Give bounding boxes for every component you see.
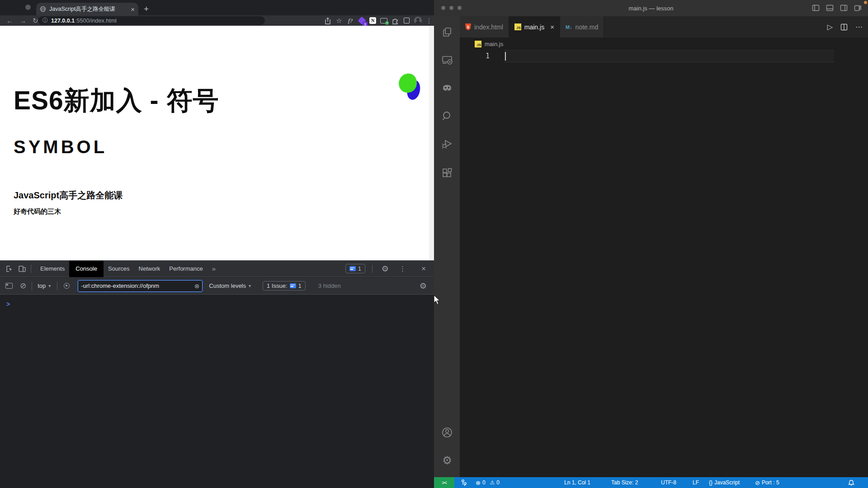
chevron-down-icon: ▾	[48, 283, 51, 288]
customize-layout-icon[interactable]	[854, 4, 862, 12]
extension-purple-icon[interactable]: 3	[358, 17, 365, 24]
extension-notion-icon[interactable]: N	[369, 17, 376, 24]
log-levels-selector[interactable]: Custom levels ▾	[209, 282, 251, 289]
extensions-puzzle-icon[interactable]	[392, 17, 399, 24]
mouse-cursor	[433, 295, 441, 305]
hidden-messages-label[interactable]: 3 hidden	[318, 282, 341, 289]
devtools-settings-gear-icon[interactable]: ⚙	[382, 264, 389, 274]
run-debug-icon[interactable]	[441, 138, 453, 150]
browser-tab-strip: JavaScript高手之路全能课 × +	[0, 0, 434, 15]
tab-close-icon[interactable]: ×	[550, 23, 554, 31]
devtools-tab-elements[interactable]: Elements	[36, 261, 69, 277]
cursor-position[interactable]: Ln 1, Col 1	[564, 477, 590, 488]
explorer-icon[interactable]	[441, 26, 453, 38]
accounts-icon[interactable]	[441, 427, 453, 438]
remote-indicator[interactable]: ><	[434, 477, 454, 488]
back-icon[interactable]: ←	[6, 17, 13, 24]
browser-menu-kebab-icon[interactable]: ⋮	[426, 17, 432, 24]
braces-icon: {}	[709, 479, 712, 486]
breadcrumb-file[interactable]: main.js	[485, 41, 503, 47]
devtools-menu-kebab-icon[interactable]: ⋮	[399, 265, 406, 273]
tab-note-md[interactable]: M↓ note.md	[560, 16, 604, 38]
capture-plus: +	[385, 21, 389, 25]
issue-chip-count: 1	[298, 282, 302, 289]
device-toolbar-icon[interactable]	[18, 265, 26, 273]
chevron-down-icon: ▾	[249, 283, 251, 288]
warning-count: 0	[496, 479, 500, 486]
square-shape	[404, 18, 410, 23]
vscode-window-title: main.js — lesson	[434, 0, 868, 16]
new-tab-button[interactable]: +	[144, 4, 149, 14]
page-heading: ES6新加入 - 符号	[14, 84, 219, 118]
extension-capture-icon[interactable]: +	[380, 17, 387, 24]
divider	[372, 265, 373, 273]
live-expression-eye-icon[interactable]	[64, 283, 70, 289]
browser-tab[interactable]: JavaScript高手之路全能课 ×	[36, 3, 138, 15]
port-indicator[interactable]: ⊘ Port : 5	[755, 477, 779, 488]
encoding[interactable]: UTF-8	[661, 477, 676, 488]
browser-toolbar: ← → ↻ ⓘ 127.0.0.1 :5500/index.html ☆ f? …	[0, 15, 434, 26]
layout-controls	[812, 4, 862, 12]
devtools-tab-network[interactable]: Network	[134, 261, 165, 277]
address-bar[interactable]: ⓘ 127.0.0.1 :5500/index.html	[38, 16, 265, 25]
console-sidebar-icon[interactable]	[5, 283, 13, 289]
site-info-icon[interactable]: ⓘ	[42, 17, 48, 24]
notifications-bell-icon[interactable]	[848, 477, 854, 488]
code-editor[interactable]: 1	[460, 50, 868, 477]
issues-counter[interactable]: 1	[345, 264, 365, 273]
devtools-tab-console[interactable]: Console	[69, 261, 104, 277]
toggle-panel-icon[interactable]	[826, 4, 834, 12]
problems-indicator[interactable]: ⊗ 0 ⚠ 0	[476, 477, 500, 488]
search-icon[interactable]	[441, 110, 453, 122]
browser-tab-title: JavaScript高手之路全能课	[49, 5, 127, 13]
context-selector[interactable]: top ▾	[38, 282, 51, 289]
traffic-light-close-icon[interactable]	[25, 5, 31, 10]
editor-more-actions-icon[interactable]: ⋯	[855, 23, 863, 31]
toggle-secondary-sidebar-icon[interactable]	[840, 4, 848, 12]
reload-icon[interactable]: ↻	[33, 17, 38, 25]
page-subheading: SYMBOL	[14, 137, 107, 157]
profile-avatar[interactable]	[414, 17, 422, 24]
remote-explorer-icon[interactable]	[441, 54, 453, 66]
ports-icon[interactable]	[461, 477, 467, 488]
extensions-icon[interactable]	[441, 167, 453, 179]
console-filter-input[interactable]: -url:chrome-extension://ofpnm ⊗	[78, 280, 203, 292]
copilot-chat-icon[interactable]	[441, 82, 453, 94]
console-prompt-chevron[interactable]: >	[6, 300, 10, 308]
split-editor-icon[interactable]	[840, 23, 848, 31]
eol-indicator[interactable]: LF	[693, 477, 699, 488]
issue-chip[interactable]: 1 Issue: 1	[263, 281, 306, 291]
line-number: 1	[460, 50, 490, 62]
console-settings-gear-icon[interactable]: ⚙	[420, 281, 427, 291]
html-file-icon: 5	[465, 23, 471, 30]
toggle-sidebar-icon[interactable]	[812, 4, 820, 12]
share-icon[interactable]	[324, 17, 331, 24]
devtools-panel: Elements Console Sources Network Perform…	[0, 260, 434, 488]
bookmark-star-icon[interactable]: ☆	[335, 17, 343, 24]
forward-icon[interactable]: →	[19, 17, 26, 24]
devtools-tab-sources[interactable]: Sources	[104, 261, 134, 277]
breadcrumb[interactable]: JS main.js	[460, 38, 868, 50]
clear-filter-icon[interactable]: ⊗	[194, 282, 200, 290]
page-scrollbar[interactable]	[429, 26, 434, 260]
issue-flag-icon	[290, 283, 296, 288]
run-file-icon[interactable]: ▷	[827, 23, 833, 31]
console-output[interactable]: >	[0, 295, 434, 488]
inspect-element-icon[interactable]	[5, 265, 14, 273]
issues-count: 1	[358, 265, 361, 272]
tab-close-icon[interactable]: ×	[131, 5, 135, 13]
devtools-tab-performance[interactable]: Performance	[165, 261, 207, 277]
extension-fq-icon[interactable]: f?	[347, 17, 354, 24]
tab-main-js[interactable]: JS main.js ×	[509, 16, 560, 38]
tab-index-html[interactable]: 5 index.html	[460, 16, 509, 38]
language-mode[interactable]: {} JavaScript	[709, 477, 740, 488]
settings-gear-icon[interactable]: ⚙	[441, 455, 453, 466]
issue-chip-label: 1 Issue:	[267, 282, 288, 289]
extension-square-icon[interactable]	[403, 17, 410, 24]
devtools-close-icon[interactable]: ×	[421, 264, 426, 273]
more-tabs-icon[interactable]: »	[208, 261, 220, 277]
editor-actions: ▷ ⋯	[827, 16, 863, 38]
clear-console-icon[interactable]: ⊘	[20, 281, 26, 291]
filter-value: -url:chrome-extension://ofpnm	[81, 282, 191, 289]
tab-size[interactable]: Tab Size: 2	[611, 477, 638, 488]
